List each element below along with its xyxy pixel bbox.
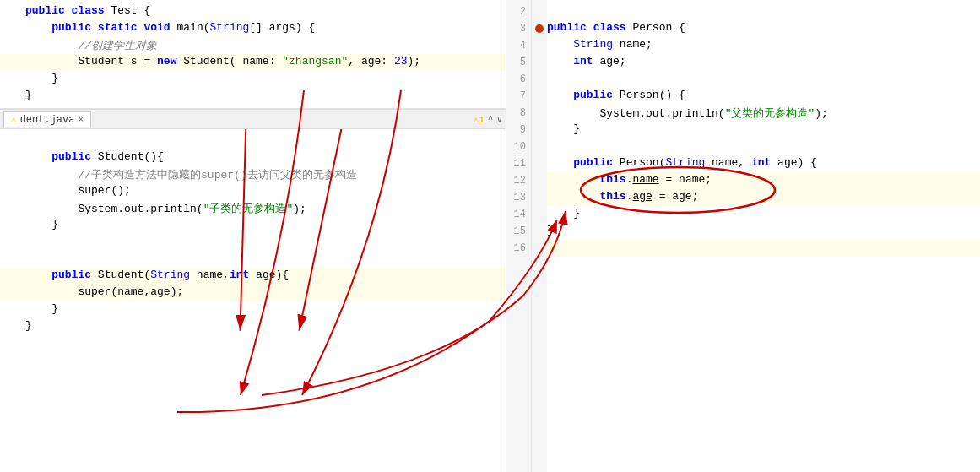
- code-line: //创建学生对象: [0, 37, 506, 54]
- code-line: public class Person {: [547, 20, 980, 37]
- code-line: public static void main(String[] args) {: [0, 20, 506, 37]
- code-content: System.out.println("子类的无参构造");: [25, 201, 506, 216]
- code-content: }: [25, 302, 506, 315]
- code-content: }: [547, 122, 980, 135]
- code-content: public Person() {: [547, 89, 980, 101]
- code-content: this.age = age;: [547, 190, 980, 203]
- code-content: public Student(String name,int age){: [25, 269, 506, 281]
- code-content: Student s = new Student( name: "zhangsan…: [25, 55, 506, 68]
- left-panel: public class Test { public static void m…: [0, 0, 506, 472]
- code-content: }: [25, 89, 506, 101]
- editor-container: public class Test { public static void m…: [0, 0, 980, 472]
- code-content: super(name,age);: [25, 285, 506, 298]
- code-content: }: [25, 218, 506, 231]
- code-content: public class Test {: [25, 4, 506, 17]
- code-line: [0, 234, 506, 251]
- right-panel: 2 3 4 5 6 7 8 9 10 11 12 13 14 15 16: [506, 0, 980, 472]
- code-line: System.out.println("子类的无参构造");: [0, 200, 506, 217]
- right-line-numbers: 2 3 4 5 6 7 8 9 10 11 12 13 14 15 16: [506, 0, 532, 472]
- tab-warning-icon: ⚠: [11, 114, 17, 125]
- code-line: [0, 133, 506, 149]
- code-line: public class Test {: [0, 3, 506, 20]
- caret-up-icon[interactable]: ^: [488, 114, 494, 124]
- code-line: [547, 3, 980, 20]
- code-line: //子类构造方法中隐藏的super()去访问父类的无参构造: [0, 166, 506, 183]
- code-line: [547, 240, 980, 257]
- code-line: }: [0, 71, 506, 88]
- code-line: }: [547, 223, 980, 240]
- code-line: super(name,age);: [0, 285, 506, 301]
- code-line: this.age = age;: [547, 189, 980, 206]
- code-content: //创建学生对象: [25, 38, 506, 53]
- bottom-code-area: public Student(){ //子类构造方法中隐藏的super()去访问…: [0, 129, 506, 472]
- tab-close-button[interactable]: ×: [78, 115, 84, 125]
- code-line: }: [547, 122, 980, 138]
- code-content: public class Person {: [547, 21, 980, 34]
- code-line: public Student(){: [0, 149, 506, 166]
- gutter: [532, 0, 547, 472]
- code-content: super();: [25, 184, 506, 197]
- code-content: public Student(){: [25, 150, 506, 163]
- code-line: }: [0, 88, 506, 105]
- code-line: super();: [0, 183, 506, 200]
- code-line: this.name = name;: [547, 172, 980, 189]
- code-line: System.out.println("父类的无参构造");: [547, 105, 980, 122]
- warning-count: ⚠1: [474, 114, 485, 125]
- code-line: String name;: [547, 37, 980, 54]
- code-line: [547, 138, 980, 155]
- code-line: }: [547, 206, 980, 223]
- code-line: public Person() {: [547, 88, 980, 105]
- code-line: }: [0, 301, 506, 318]
- code-content: int age;: [547, 55, 980, 68]
- code-content: }: [547, 224, 980, 236]
- code-content: System.out.println("父类的无参构造");: [547, 106, 980, 121]
- code-content: }: [25, 72, 506, 84]
- code-line: public Student(String name,int age){: [0, 268, 506, 285]
- code-content: public static void main(String[] args) {: [25, 21, 506, 34]
- tab-bar: ⚠ dent.java × ⚠1 ^ ∨: [0, 109, 506, 129]
- code-content: }: [25, 319, 506, 332]
- tab-student-java[interactable]: ⚠ dent.java ×: [3, 111, 91, 127]
- code-content: public Person(String name, int age) {: [547, 156, 980, 169]
- tab-label: dent.java: [20, 114, 75, 126]
- code-line: public Person(String name, int age) {: [547, 155, 980, 172]
- code-content: //子类构造方法中隐藏的super()去访问父类的无参构造: [25, 167, 506, 182]
- code-content: }: [547, 207, 980, 220]
- code-line: }: [0, 217, 506, 234]
- code-content: String name;: [547, 38, 980, 51]
- code-content: this.name = name;: [547, 173, 980, 186]
- code-line: int age;: [547, 54, 980, 71]
- top-code-area: public class Test { public static void m…: [0, 0, 506, 109]
- code-line: }: [0, 318, 506, 335]
- caret-down-icon[interactable]: ∨: [496, 114, 502, 125]
- code-line: Student s = new Student( name: "zhangsan…: [0, 54, 506, 71]
- code-line: [0, 251, 506, 268]
- code-line: [547, 71, 980, 88]
- right-code-content: public class Person { String name; int a…: [547, 0, 980, 472]
